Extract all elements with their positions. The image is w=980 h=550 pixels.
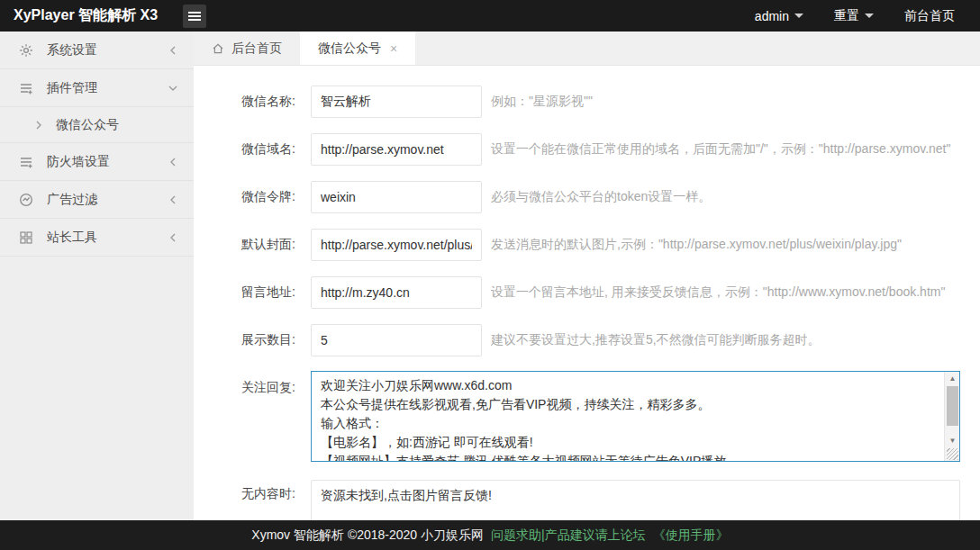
sidebar-item-firewall-settings[interactable]: 防火墙设置 xyxy=(0,143,194,181)
field-help-text: 发送消息时的默认图片,示例："http://parse.xymov.net/pl… xyxy=(491,237,973,253)
sidebar-item-label: 广告过滤 xyxy=(47,192,168,208)
gear-icon xyxy=(18,42,34,59)
tab-bar: 后台首页 微信公众号 × xyxy=(194,32,980,66)
field-help-text: 必须与微信公众平台的token设置一样。 xyxy=(491,189,973,205)
chevron-left-icon xyxy=(168,233,177,242)
front-home-link[interactable]: 前台首页 xyxy=(904,8,955,24)
sidebar-item-label: 防火墙设置 xyxy=(47,154,168,170)
footer-bar: Xymov 智能解析 ©2018-2020 小刀娱乐网 问题求助|产品建议请上论… xyxy=(0,520,980,550)
field-label-wechat-domain: 微信域名: xyxy=(241,141,310,158)
sidebar-item-plugin-manage[interactable]: 插件管理 xyxy=(0,69,194,107)
scroll-up-icon[interactable]: ▲ xyxy=(945,372,960,384)
wechat-token-input[interactable] xyxy=(311,181,482,213)
chevron-right-icon xyxy=(34,121,43,130)
sidebar: 系统设置 插件管理 微信公众号 防火墙设置 xyxy=(0,32,194,520)
app-window: XyPlayer 智能解析 X3 admin 重置 前台首页 系统设置 xyxy=(0,0,980,550)
resize-grip[interactable] xyxy=(947,448,958,460)
grid-icon xyxy=(18,230,34,246)
message-url-input[interactable] xyxy=(311,276,482,309)
tab-wechat-official[interactable]: 微信公众号 × xyxy=(300,32,415,65)
display-count-input[interactable] xyxy=(311,324,482,356)
sidebar-toggle-button[interactable] xyxy=(183,5,206,28)
no-content-input[interactable]: 资源未找到,点击图片留言反馈! xyxy=(311,480,960,520)
default-cover-input[interactable] xyxy=(311,229,482,261)
sidebar-item-webmaster-tools[interactable]: 站长工具 xyxy=(0,219,194,257)
scroll-down-icon[interactable]: ▼ xyxy=(945,434,960,446)
tab-label: 后台首页 xyxy=(231,41,282,57)
sidebar-item-label: 插件管理 xyxy=(47,80,168,96)
close-icon[interactable]: × xyxy=(390,41,397,56)
plugin-list-icon xyxy=(18,80,34,96)
sidebar-item-label: 站长工具 xyxy=(47,230,168,246)
footer-forum-link[interactable]: 问题求助|产品建议请上论坛 xyxy=(491,527,646,544)
reset-label: 重置 xyxy=(834,8,859,24)
field-help-text: 设置一个能在微信正常使用的域名，后面无需加"/"，示例："http://pars… xyxy=(491,141,973,158)
front-home-label: 前台首页 xyxy=(904,8,955,24)
chevron-left-icon xyxy=(168,46,177,55)
chevron-down-icon xyxy=(794,14,803,18)
form-row: 微信域名: 设置一个能在微信正常使用的域名，后面无需加"/"，示例："http:… xyxy=(194,133,980,166)
field-label-message-url: 留言地址: xyxy=(241,284,310,301)
chevron-left-icon xyxy=(168,158,177,167)
field-help-text: 例如："星源影视"" xyxy=(491,94,973,110)
tab-backend-home[interactable]: 后台首页 xyxy=(194,32,300,65)
field-label-wechat-token: 微信令牌: xyxy=(241,189,310,205)
admin-user-label: admin xyxy=(755,9,789,23)
tab-label: 微信公众号 xyxy=(318,41,381,57)
field-label-display-count: 展示数目: xyxy=(241,332,310,348)
home-icon xyxy=(212,42,224,55)
field-label-wechat-name: 微信名称: xyxy=(241,94,310,110)
admin-user-menu[interactable]: admin xyxy=(755,9,803,23)
field-label-no-content: 无内容时: xyxy=(241,486,295,502)
field-help-text: 建议不要设置过大,推荐设置5,不然微信可能判断服务超时。 xyxy=(491,332,973,348)
follow-reply-textarea-wrap: 欢迎关注小刀娱乐网www.x6d.com 本公众号提供在线影视观看,免广告看VI… xyxy=(311,371,960,462)
form-row: 默认封面: 发送消息时的默认图片,示例："http://parse.xymov.… xyxy=(194,229,980,261)
ad-filter-icon xyxy=(18,192,34,208)
field-label-default-cover: 默认封面: xyxy=(241,237,310,253)
scrollbar-thumb[interactable] xyxy=(947,386,958,426)
wechat-domain-input[interactable] xyxy=(311,133,482,166)
sidebar-subitem-label: 微信公众号 xyxy=(56,117,119,133)
sidebar-item-ad-filter[interactable]: 广告过滤 xyxy=(0,181,194,219)
field-label-follow-reply: 关注回复: xyxy=(241,380,310,396)
chevron-down-icon xyxy=(865,14,874,18)
topbar-right-menu: admin 重置 前台首页 xyxy=(755,8,980,24)
follow-reply-textarea[interactable]: 欢迎关注小刀娱乐网www.x6d.com 本公众号提供在线影视观看,免广告看VI… xyxy=(312,372,943,461)
wechat-settings-form: 微信名称: 例如："星源影视"" 微信域名: 设置一个能在微信正常使用的域名，后… xyxy=(194,66,980,520)
reset-menu[interactable]: 重置 xyxy=(834,8,874,24)
firewall-list-icon xyxy=(18,154,34,170)
chevron-left-icon xyxy=(168,195,177,204)
form-row: 展示数目: 建议不要设置过大,推荐设置5,不然微信可能判断服务超时。 xyxy=(194,324,980,356)
sidebar-item-label: 系统设置 xyxy=(47,42,168,59)
top-bar: XyPlayer 智能解析 X3 admin 重置 前台首页 xyxy=(0,0,980,32)
brand-title: XyPlayer 智能解析 X3 xyxy=(0,6,181,25)
wechat-name-input[interactable] xyxy=(311,86,482,118)
chevron-down-icon xyxy=(168,84,177,93)
field-help-text: 设置一个留言本地址, 用来接受反馈信息，示例："http://www.xymov… xyxy=(491,284,973,301)
sidebar-item-system-settings[interactable]: 系统设置 xyxy=(0,32,194,69)
sidebar-subitem-wechat-official[interactable]: 微信公众号 xyxy=(0,107,194,143)
footer-copyright: Xymov 智能解析 ©2018-2020 小刀娱乐网 xyxy=(251,527,484,544)
hamburger-icon xyxy=(188,10,201,23)
footer-manual-link[interactable]: 《使用手册》 xyxy=(653,527,729,544)
form-row: 留言地址: 设置一个留言本地址, 用来接受反馈信息，示例："http://www… xyxy=(194,276,980,309)
form-row: 微信令牌: 必须与微信公众平台的token设置一样。 xyxy=(194,181,980,213)
form-row: 微信名称: 例如："星源影视"" xyxy=(194,86,980,118)
